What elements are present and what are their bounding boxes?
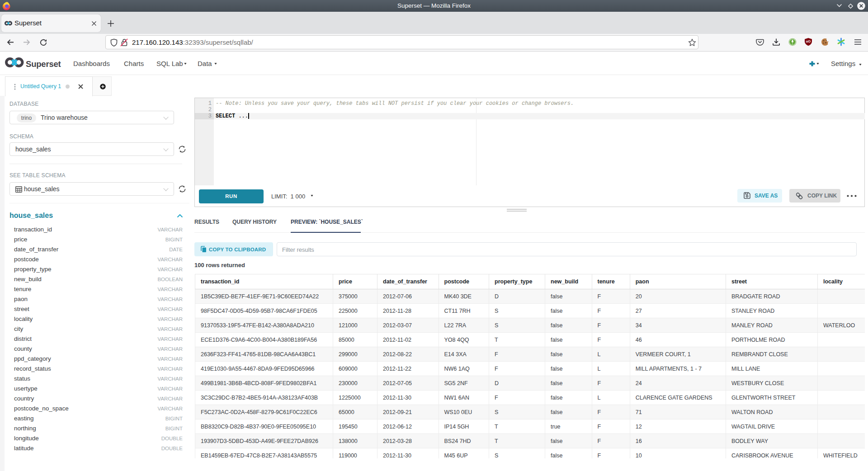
svg-text:uO: uO	[806, 39, 811, 43]
